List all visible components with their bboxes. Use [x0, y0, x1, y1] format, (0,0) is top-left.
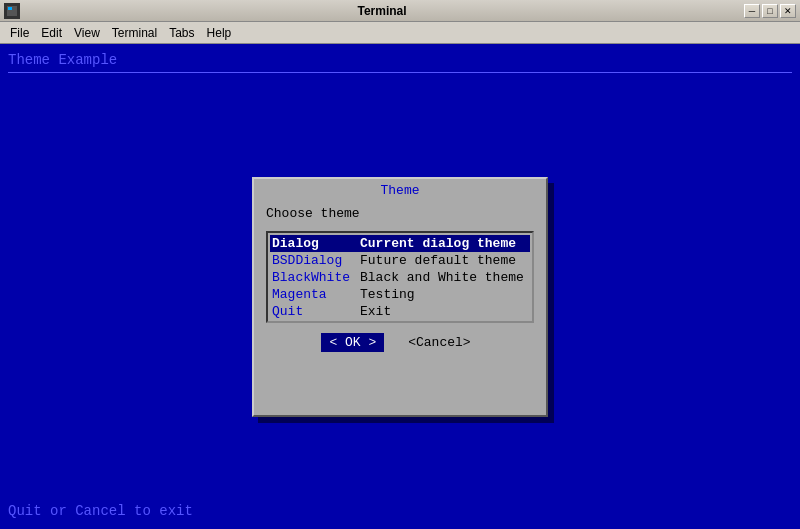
close-button[interactable]: ✕: [780, 4, 796, 18]
window-controls: ─ □ ✕: [744, 4, 796, 18]
theme-dialog: Theme Choose theme DialogCurrent dialog …: [252, 177, 548, 417]
dialog-title: Theme: [254, 179, 546, 200]
cancel-button[interactable]: <Cancel>: [400, 333, 478, 352]
window-title: Terminal: [20, 4, 744, 18]
dialog-box: Theme Choose theme DialogCurrent dialog …: [252, 177, 548, 417]
menu-help[interactable]: Help: [201, 24, 238, 42]
theme-list[interactable]: DialogCurrent dialog themeBSDDialogFutur…: [266, 231, 534, 323]
minimize-button[interactable]: ─: [744, 4, 760, 18]
dialog-buttons: < OK ><Cancel>: [266, 333, 534, 352]
list-item[interactable]: QuitExit: [270, 303, 530, 320]
list-item[interactable]: BlackWhiteBlack and White theme: [270, 269, 530, 286]
menu-view[interactable]: View: [68, 24, 106, 42]
list-item[interactable]: MagentaTesting: [270, 286, 530, 303]
dialog-prompt: Choose theme: [266, 206, 534, 221]
menu-tabs[interactable]: Tabs: [163, 24, 200, 42]
titlebar: Terminal ─ □ ✕: [0, 0, 800, 22]
maximize-button[interactable]: □: [762, 4, 778, 18]
dialog-content: Choose theme DialogCurrent dialog themeB…: [254, 200, 546, 358]
list-item[interactable]: DialogCurrent dialog theme: [270, 235, 530, 252]
list-item[interactable]: BSDDialogFuture default theme: [270, 252, 530, 269]
menu-edit[interactable]: Edit: [35, 24, 68, 42]
menu-terminal[interactable]: Terminal: [106, 24, 163, 42]
terminal-bottom: Quit or Cancel to exit: [8, 503, 193, 519]
titlebar-left: [4, 3, 20, 19]
ok-button[interactable]: < OK >: [321, 333, 384, 352]
terminal-area: Theme Example Theme Choose theme DialogC…: [0, 44, 800, 529]
app-icon: [4, 3, 20, 19]
menubar: File Edit View Terminal Tabs Help: [0, 22, 800, 44]
svg-rect-1: [8, 7, 12, 10]
terminal-title: Theme Example: [8, 52, 792, 68]
terminal-separator: [8, 72, 792, 73]
menu-file[interactable]: File: [4, 24, 35, 42]
